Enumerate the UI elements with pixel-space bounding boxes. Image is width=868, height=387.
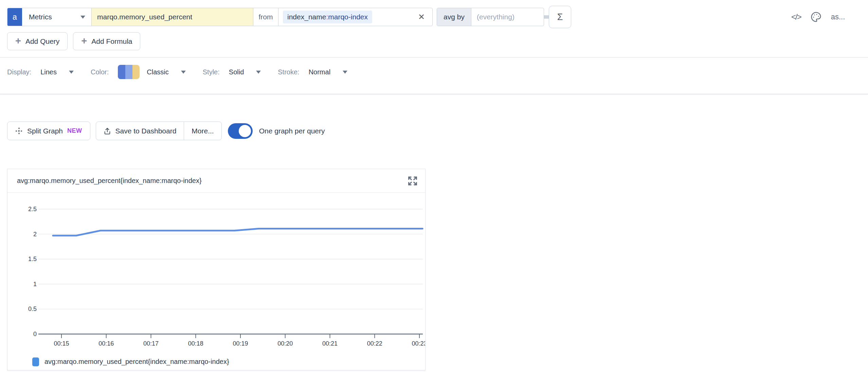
query-toolbar-right: </> as... [791,5,845,29]
display-label: Display: [7,68,31,76]
filter-tag-value: marqo-index [328,13,368,21]
section-divider [0,94,868,94]
display-dropdown[interactable]: Lines [40,68,57,76]
query-bar: a Metrics marqo.memory_used_percent from… [7,5,571,29]
add-query-label: Add Query [25,37,59,45]
toggle-knob [239,125,251,137]
palette-swatch-segment [132,65,140,79]
legend-label[interactable]: avg:marqo.memory_used_percent{index_name… [44,358,229,366]
as-button[interactable]: as... [831,13,845,21]
metric-name-input[interactable]: marqo.memory_used_percent [91,8,253,26]
chart-area[interactable]: 00.511.522.500:1500:1600:1700:1800:1900:… [7,193,425,353]
add-query-button[interactable]: + Add Query [7,32,68,50]
close-icon[interactable]: ✕ [418,13,425,21]
data-source-dropdown[interactable]: Metrics [22,8,91,26]
svg-text:00:23: 00:23 [412,340,425,347]
chevron-down-icon[interactable] [343,71,347,74]
svg-text:00:16: 00:16 [98,340,114,347]
svg-text:00:20: 00:20 [277,340,293,347]
add-formula-label: Add Formula [91,37,132,45]
aggregator-button[interactable]: avg by [437,8,471,26]
svg-text:00:22: 00:22 [367,340,382,347]
upload-icon [104,127,111,135]
save-to-dashboard-label: Save to Dashboard [115,127,177,135]
svg-text:00:17: 00:17 [143,340,159,347]
filter-tag[interactable]: index_name : marqo-index [283,11,372,23]
svg-text:1.5: 1.5 [28,256,37,262]
palette-swatch-segment [125,65,132,79]
panel-header: avg:marqo.memory_used_percent{index_name… [7,169,425,193]
sigma-connector [544,15,549,19]
metrics-explorer-screen: a Metrics marqo.memory_used_percent from… [0,0,868,387]
svg-text:2: 2 [33,231,37,238]
chart-title: avg:marqo.memory_used_percent{index_name… [17,177,407,185]
legend-swatch[interactable] [32,357,39,366]
chevron-down-icon[interactable] [69,71,74,74]
style-dropdown[interactable]: Solid [229,68,244,76]
palette-swatch[interactable] [118,65,140,79]
timeseries-panel: avg:marqo.memory_used_percent{index_name… [7,169,426,370]
add-formula-button[interactable]: + Add Formula [73,32,140,50]
plus-icon: + [81,36,87,46]
section-divider [0,57,868,58]
palette-swatch-segment [118,65,125,79]
chart-legend: avg:marqo.memory_used_percent{index_name… [7,353,425,370]
svg-text:00:15: 00:15 [54,340,69,347]
expand-button[interactable] [407,175,418,187]
plus-icon: + [15,36,21,46]
filter-tag-key: index_name [287,13,326,21]
query-letter-badge[interactable]: a [7,8,22,26]
display-option: Display: Lines [7,68,74,76]
expand-icon [407,175,418,187]
more-label: More... [192,127,214,135]
filter-segment: index_name : marqo-index ✕ [278,8,432,26]
chevron-down-icon [80,16,85,19]
add-row: + Add Query + Add Formula [7,32,140,50]
split-graph-label: Split Graph [27,127,63,135]
display-options-row: Display: Lines Color: Classic Style: Sol… [7,64,347,80]
svg-text:0.5: 0.5 [28,306,37,312]
sigma-function-button[interactable]: Σ [549,6,571,28]
query-definition-group: a Metrics marqo.memory_used_percent from… [7,8,433,26]
svg-text:00:18: 00:18 [188,340,203,347]
new-badge: NEW [67,127,82,134]
save-more-group: Save to Dashboard More... [96,122,222,140]
code-icon[interactable]: </> [791,12,801,22]
svg-text:00:19: 00:19 [233,340,248,347]
graph-actions-row: Split Graph NEW Save to Dashboard More..… [7,122,325,140]
svg-text:1: 1 [33,281,37,288]
more-button[interactable]: More... [184,122,221,140]
style-label: Style: [203,68,220,76]
save-to-dashboard-button[interactable]: Save to Dashboard [96,122,184,140]
split-graph-icon [15,127,23,135]
stroke-dropdown[interactable]: Normal [309,68,330,76]
chevron-down-icon[interactable] [256,71,261,74]
chevron-down-icon[interactable] [181,71,186,74]
stroke-option: Stroke: Normal [278,68,347,76]
split-graph-button[interactable]: Split Graph NEW [7,122,90,140]
timeseries-svg: 00.511.522.500:1500:1600:1700:1800:1900:… [7,193,425,353]
color-dropdown[interactable]: Classic [147,68,168,76]
one-graph-per-query-toggle[interactable] [228,123,253,139]
color-label: Color: [91,68,109,76]
color-option: Color: Classic [91,65,186,79]
data-source-value: Metrics [29,13,52,21]
group-by-input[interactable]: (everything) [471,8,544,26]
svg-text:00:21: 00:21 [322,340,338,347]
palette-icon[interactable] [811,12,821,22]
svg-text:2.5: 2.5 [28,206,37,213]
from-label: from [253,8,278,26]
stroke-label: Stroke: [278,68,299,76]
svg-text:0: 0 [33,331,37,337]
style-option: Style: Solid [203,68,261,76]
aggregation-group: avg by (everything) [437,8,544,26]
one-graph-per-query-label: One graph per query [259,127,325,135]
